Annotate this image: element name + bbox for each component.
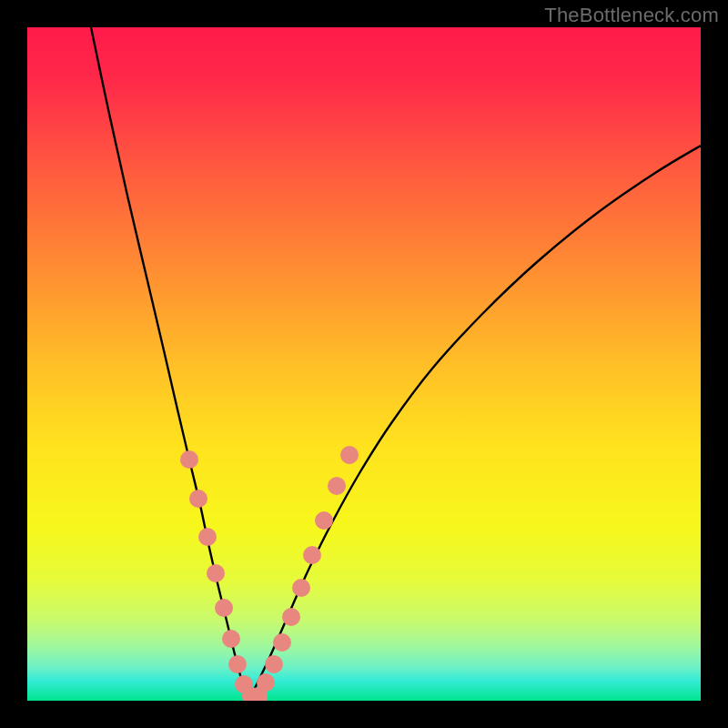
highlight-dot [198,528,217,546]
highlight-dot [292,579,310,597]
highlight-dot [282,608,300,626]
highlight-dot [222,630,240,648]
curve-right-branch [248,146,701,698]
highlight-dot [340,446,359,464]
highlight-dot [315,511,333,530]
curve-left-branch [91,27,248,698]
plot-area [27,27,701,701]
highlight-dot [207,564,225,582]
watermark-text: TheBottleneck.com [544,4,719,27]
highlight-dots-group [180,446,359,701]
highlight-dot [273,633,291,652]
highlight-dot [228,655,247,673]
highlight-dot [189,490,207,508]
curve-layer [27,27,701,701]
highlight-dot [265,655,283,673]
highlight-dot [180,450,198,469]
highlight-dot [257,673,275,692]
highlight-dot [215,599,233,617]
highlight-dot [303,546,321,564]
highlight-dot [328,477,346,495]
outer-black-frame: TheBottleneck.com [0,0,728,728]
